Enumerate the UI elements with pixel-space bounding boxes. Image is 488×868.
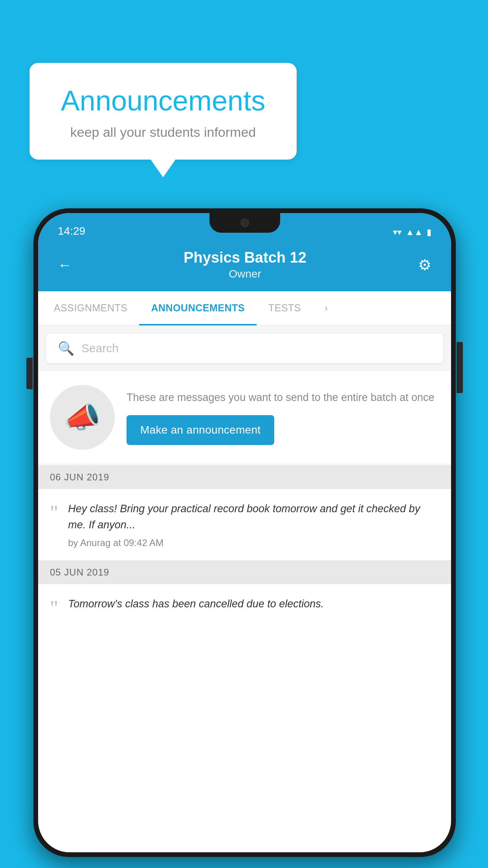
status-icons: ▾▾ ▲▲ ▮: [393, 227, 431, 237]
phone-notch: [209, 213, 280, 233]
header-title: Physics Batch 12: [72, 249, 418, 266]
speech-bubble-container: Announcements keep all your students inf…: [29, 63, 297, 160]
phone-outer: 14:29 ▾▾ ▲▲ ▮ ← Physics Batch 12 Owner ⚙…: [33, 208, 456, 857]
camera-notch: [240, 219, 249, 227]
announcement-content-1: Hey class! Bring your practical record b…: [68, 501, 439, 548]
tab-tests[interactable]: TESTS: [257, 291, 313, 325]
promo-icon-circle: 📣: [50, 385, 115, 450]
announcement-meta-1: by Anurag at 09:42 AM: [68, 537, 439, 548]
quote-icon-1: ": [50, 503, 58, 548]
announcement-content-2: Tomorrow's class has been cancelled due …: [68, 596, 439, 618]
make-announcement-button[interactable]: Make an announcement: [127, 415, 274, 445]
status-time: 14:29: [58, 225, 85, 237]
tabs-bar: ASSIGNMENTS ANNOUNCEMENTS TESTS ›: [38, 291, 451, 326]
wifi-icon: ▾▾: [393, 227, 402, 237]
search-icon: 🔍: [58, 340, 74, 356]
promo-content: These are messages you want to send to t…: [127, 390, 439, 445]
phone-inner: 14:29 ▾▾ ▲▲ ▮ ← Physics Batch 12 Owner ⚙…: [38, 213, 451, 852]
bubble-title: Announcements: [53, 85, 273, 117]
header-subtitle: Owner: [72, 268, 418, 280]
promo-description: These are messages you want to send to t…: [127, 390, 439, 406]
tab-more[interactable]: ›: [313, 291, 340, 325]
announcement-item-2[interactable]: " Tomorrow's class has been cancelled du…: [38, 584, 451, 630]
search-bar[interactable]: 🔍 Search: [46, 333, 443, 363]
tab-announcements[interactable]: ANNOUNCEMENTS: [139, 291, 256, 325]
promo-card: 📣 These are messages you want to send to…: [38, 371, 451, 463]
battery-icon: ▮: [427, 227, 431, 237]
signal-icon: ▲▲: [405, 227, 423, 237]
app-header: ← Physics Batch 12 Owner ⚙: [38, 241, 451, 291]
settings-gear-icon[interactable]: ⚙: [418, 256, 431, 274]
speech-bubble: Announcements keep all your students inf…: [29, 63, 297, 160]
date-separator-june5: 05 JUN 2019: [38, 561, 451, 584]
announcement-icon: 📣: [64, 400, 101, 435]
date-separator-june6: 06 JUN 2019: [38, 465, 451, 489]
bubble-subtitle: keep all your students informed: [53, 125, 273, 140]
search-placeholder: Search: [81, 342, 119, 355]
back-button[interactable]: ←: [58, 257, 72, 273]
announcement-text-1: Hey class! Bring your practical record b…: [68, 501, 439, 533]
tab-assignments[interactable]: ASSIGNMENTS: [42, 291, 139, 325]
announcement-item-1[interactable]: " Hey class! Bring your practical record…: [38, 489, 451, 561]
content-area: 🔍 Search 📣 These are messages you want t…: [38, 326, 451, 630]
header-title-group: Physics Batch 12 Owner: [72, 249, 418, 280]
phone-mockup: 14:29 ▾▾ ▲▲ ▮ ← Physics Batch 12 Owner ⚙…: [33, 208, 456, 857]
announcement-text-2: Tomorrow's class has been cancelled due …: [68, 596, 439, 612]
quote-icon-2: ": [50, 598, 58, 618]
